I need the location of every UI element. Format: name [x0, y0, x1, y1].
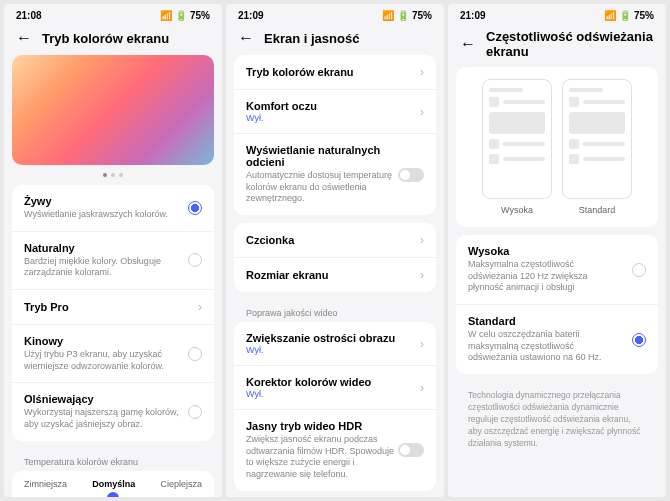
- item-value: Wył.: [246, 389, 420, 399]
- page-title: Tryb kolorów ekranu: [42, 31, 169, 46]
- header: ← Tryb kolorów ekranu: [4, 23, 222, 55]
- item-sub: Wyświetlanie jaskrawszych kolorów.: [24, 209, 180, 221]
- item-sub: W celu oszczędzania baterii maksymalną c…: [468, 329, 624, 364]
- list-item[interactable]: Jasny tryb wideo HDRZwiększ jasność ekra…: [234, 410, 436, 491]
- slider-default: Domyślna: [92, 479, 135, 489]
- item-label: Tryb Pro: [24, 301, 198, 313]
- dot[interactable]: [111, 173, 115, 177]
- header: ← Ekran i jasność: [226, 23, 444, 55]
- slider-thumb[interactable]: [107, 492, 119, 497]
- slider-cold: Zimniejsza: [24, 479, 67, 489]
- list-item[interactable]: Tryb kolorów ekranu›: [234, 55, 436, 90]
- radio-button[interactable]: [188, 347, 202, 361]
- status-icons: 📶 🔋75%: [604, 10, 654, 21]
- list-item[interactable]: Wyświetlanie naturalnych odcieniAutomaty…: [234, 134, 436, 215]
- list-item[interactable]: NaturalnyBardziej miękkie kolory. Obsług…: [12, 232, 214, 290]
- section-label: Temperatura kolorów ekranu: [12, 449, 214, 471]
- chevron-right-icon: ›: [420, 233, 424, 247]
- page-title: Ekran i jasność: [264, 31, 359, 46]
- back-icon[interactable]: ←: [16, 29, 32, 47]
- footer-note: Technologia dynamicznego przełączania cz…: [456, 382, 658, 457]
- list-item[interactable]: StandardW celu oszczędzania baterii maks…: [456, 305, 658, 374]
- item-sub: Wykorzystaj najszerszą gamę kolorów, aby…: [24, 407, 180, 430]
- preview-box: [482, 79, 552, 199]
- phone-display-brightness: 21:09 📶 🔋75% ← Ekran i jasność Tryb kolo…: [226, 4, 444, 497]
- toggle-switch[interactable]: [398, 443, 424, 457]
- item-value: Wył.: [246, 345, 420, 355]
- header: ← Częstotliwość odświeżania ekranu: [448, 23, 666, 67]
- item-label: Wyświetlanie naturalnych odcieni: [246, 144, 398, 168]
- chevron-right-icon: ›: [420, 65, 424, 79]
- item-label: Komfort oczu: [246, 100, 420, 112]
- option-card: WysokaMaksymalna częstotliwość odświeżan…: [456, 235, 658, 374]
- item-label: Olśniewający: [24, 393, 180, 405]
- status-bar: 21:09 📶 🔋75%: [226, 4, 444, 23]
- dot[interactable]: [119, 173, 123, 177]
- list-item[interactable]: Korektor kolorów wideoWył.›: [234, 366, 436, 410]
- section-label: Poprawa jakości wideo: [234, 300, 436, 322]
- slider-warm: Cieplejsza: [160, 479, 202, 489]
- back-icon[interactable]: ←: [460, 35, 476, 53]
- back-icon[interactable]: ←: [238, 29, 254, 47]
- content: Wysoka Standard WysokaMaksymalna częstot…: [448, 67, 666, 497]
- item-sub: Użyj trybu P3 ekranu, aby uzyskać wierni…: [24, 349, 180, 372]
- phone-refresh-rate: 21:09 📶 🔋75% ← Częstotliwość odświeżania…: [448, 4, 666, 497]
- radio-button[interactable]: [188, 405, 202, 419]
- list-item[interactable]: Czcionka›: [234, 223, 436, 258]
- item-label: Kinowy: [24, 335, 180, 347]
- status-bar: 21:09 📶 🔋75%: [448, 4, 666, 23]
- preview-high[interactable]: Wysoka: [482, 79, 552, 215]
- chevron-right-icon: ›: [420, 268, 424, 282]
- status-time: 21:09: [238, 10, 264, 21]
- list-item[interactable]: Rozmiar ekranu›: [234, 258, 436, 292]
- page-title: Częstotliwość odświeżania ekranu: [486, 29, 654, 59]
- content: ŻywyWyświetlanie jaskrawszych kolorów.Na…: [4, 55, 222, 497]
- list-item[interactable]: ŻywyWyświetlanie jaskrawszych kolorów.: [12, 185, 214, 232]
- group-1: Tryb kolorów ekranu›Komfort oczuWył.›Wyś…: [234, 55, 436, 215]
- temp-slider-card: Zimniejsza Domyślna Cieplejsza: [12, 471, 214, 497]
- phone-color-mode: 21:08 📶 🔋75% ← Tryb kolorów ekranu ŻywyW…: [4, 4, 222, 497]
- preview-row: Wysoka Standard: [456, 67, 658, 227]
- status-bar: 21:08 📶 🔋75%: [4, 4, 222, 23]
- radio-button[interactable]: [632, 333, 646, 347]
- preview-standard[interactable]: Standard: [562, 79, 632, 215]
- toggle-switch[interactable]: [398, 168, 424, 182]
- item-label: Standard: [468, 315, 624, 327]
- chevron-right-icon: ›: [420, 381, 424, 395]
- radio-button[interactable]: [188, 253, 202, 267]
- list-item[interactable]: Tryb Pro›: [12, 290, 214, 325]
- item-label: Czcionka: [246, 234, 420, 246]
- list-item[interactable]: KinowyUżyj trybu P3 ekranu, aby uzyskać …: [12, 325, 214, 383]
- slider-labels: Zimniejsza Domyślna Cieplejsza: [24, 479, 202, 489]
- item-sub: Zwiększ jasność ekranu podczas odtwarzan…: [246, 434, 398, 481]
- item-value: Wył.: [246, 113, 420, 123]
- list-item[interactable]: WysokaMaksymalna częstotliwość odświeżan…: [456, 235, 658, 305]
- item-label: Wysoka: [468, 245, 624, 257]
- preview-label: Standard: [579, 205, 616, 215]
- item-label: Zwiększanie ostrości obrazu: [246, 332, 420, 344]
- list-item[interactable]: OlśniewającyWykorzystaj najszerszą gamę …: [12, 383, 214, 440]
- radio-button[interactable]: [632, 263, 646, 277]
- item-label: Korektor kolorów wideo: [246, 376, 420, 388]
- status-icons: 📶 🔋75%: [160, 10, 210, 21]
- chevron-right-icon: ›: [420, 105, 424, 119]
- preview-box: [562, 79, 632, 199]
- radio-button[interactable]: [188, 201, 202, 215]
- list-item[interactable]: Komfort oczuWył.›: [234, 90, 436, 134]
- group-3: Zwiększanie ostrości obrazuWył.›Korektor…: [234, 322, 436, 491]
- page-dots: [12, 169, 214, 185]
- item-sub: Automatycznie dostosuj temperaturę kolor…: [246, 170, 398, 205]
- status-time: 21:09: [460, 10, 486, 21]
- list-item[interactable]: Zwiększanie ostrości obrazuWył.›: [234, 322, 436, 366]
- mode-card: ŻywyWyświetlanie jaskrawszych kolorów.Na…: [12, 185, 214, 441]
- item-label: Naturalny: [24, 242, 180, 254]
- status-time: 21:08: [16, 10, 42, 21]
- preview-label: Wysoka: [501, 205, 533, 215]
- group-2: Czcionka›Rozmiar ekranu›: [234, 223, 436, 292]
- item-label: Żywy: [24, 195, 180, 207]
- item-label: Tryb kolorów ekranu: [246, 66, 420, 78]
- item-sub: Bardziej miękkie kolory. Obsługuje zarzą…: [24, 256, 180, 279]
- dot[interactable]: [103, 173, 107, 177]
- preview-card: Wysoka Standard: [456, 67, 658, 227]
- wallpaper-preview[interactable]: [12, 55, 214, 165]
